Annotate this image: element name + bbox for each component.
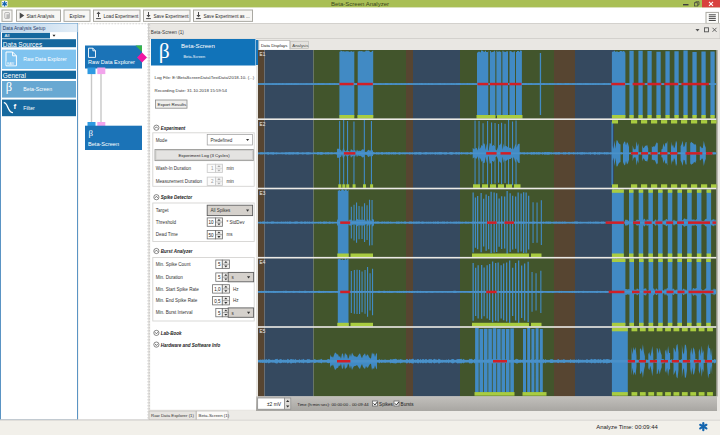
svg-text:Hardware and Software Info: Hardware and Software Info	[161, 343, 221, 348]
svg-text:f: f	[13, 102, 16, 111]
svg-text:RAW: RAW	[7, 62, 14, 66]
svg-text:General: General	[3, 72, 27, 79]
svg-text:ms: ms	[227, 232, 234, 237]
svg-text:Dead Time: Dead Time	[156, 232, 178, 237]
svg-text:* StdDev: * StdDev	[227, 220, 246, 225]
svg-text:Lab-Book: Lab-Book	[161, 331, 182, 336]
svg-text:Burst Analyzer: Burst Analyzer	[161, 249, 193, 254]
svg-text:Data Sources: Data Sources	[3, 41, 43, 48]
svg-text:Time (h:min:sec): 00:00:00 - 0: Time (h:min:sec): 00:00:00 - 00:09:44	[297, 402, 369, 407]
svg-text:1,0: 1,0	[214, 287, 221, 292]
svg-text:Min. Start Spike Rate: Min. Start Spike Rate	[156, 287, 199, 292]
svg-text:E3: E3	[260, 191, 266, 196]
svg-text:Start Analysis: Start Analysis	[27, 14, 56, 19]
svg-text:β: β	[89, 128, 94, 138]
svg-text:Analyze Time: 00:09:44: Analyze Time: 00:09:44	[596, 424, 658, 430]
svg-text:Beta-Screen: Beta-Screen	[23, 86, 52, 92]
svg-text:Beta-Screen (1): Beta-Screen (1)	[151, 30, 185, 35]
svg-text:Experiment Log (3 Cycles): Experiment Log (3 Cycles)	[178, 153, 230, 158]
svg-text:E2: E2	[260, 122, 266, 127]
svg-text:Spikes: Spikes	[379, 402, 393, 407]
svg-text:Mode: Mode	[156, 138, 168, 143]
svg-text:β: β	[6, 80, 12, 94]
svg-text:Log File: E:\BetaScreenData\Te: Log File: E:\BetaScreenData\TestData\201…	[155, 75, 255, 80]
svg-text:Wash-In Duration: Wash-In Duration	[156, 166, 192, 171]
svg-text:10: 10	[209, 220, 215, 225]
svg-text:Raw Data Explorer: Raw Data Explorer	[23, 56, 67, 62]
svg-text:Target: Target	[156, 208, 169, 213]
svg-text:Beta-Screen: Beta-Screen	[184, 54, 206, 59]
svg-text:Save Experiment as ...: Save Experiment as ...	[204, 14, 250, 19]
svg-text:All Spikes: All Spikes	[210, 208, 231, 213]
svg-text:Filter: Filter	[23, 105, 35, 111]
svg-text:Threshold: Threshold	[156, 220, 177, 225]
svg-text:50: 50	[209, 233, 215, 238]
svg-text:Data Displays: Data Displays	[261, 43, 288, 48]
svg-text:Beta-Screen: Beta-Screen	[88, 141, 119, 147]
svg-text:Min. Duration: Min. Duration	[156, 275, 184, 280]
svg-text:Analysis: Analysis	[292, 43, 308, 48]
svg-text:Explore: Explore	[70, 14, 86, 19]
svg-text:Hz: Hz	[233, 298, 239, 303]
svg-text:Min. End Spike Rate: Min. End Spike Rate	[156, 298, 198, 303]
svg-text:Data Analysis Setup: Data Analysis Setup	[3, 26, 46, 31]
svg-text:Save Experiment: Save Experiment	[154, 14, 190, 19]
svg-text:Export Results: Export Results	[158, 102, 187, 107]
svg-text:Measurement Duration: Measurement Duration	[156, 179, 203, 184]
svg-text:0,5: 0,5	[214, 299, 221, 304]
svg-text:Recording Date: 31.10.2018 15:: Recording Date: 31.10.2018 15:59:54	[155, 88, 228, 93]
svg-text:Min. Burst Interval: Min. Burst Interval	[156, 310, 193, 315]
svg-text:Raw Data Explorer: Raw Data Explorer	[88, 59, 135, 65]
svg-text:±2 mV: ±2 mV	[267, 402, 282, 407]
svg-text:β: β	[159, 39, 170, 63]
svg-text:Beta-Screen: Beta-Screen	[181, 42, 215, 49]
svg-text:Beta-Screen (1): Beta-Screen (1)	[199, 413, 230, 418]
svg-text:All: All	[5, 33, 10, 38]
svg-text:Bursts: Bursts	[401, 402, 415, 407]
svg-text:Predefined: Predefined	[210, 138, 232, 143]
svg-text:Experiment: Experiment	[161, 126, 186, 131]
svg-text:Raw Data Explorer (1): Raw Data Explorer (1)	[151, 413, 195, 418]
svg-text:Min. Spike Count: Min. Spike Count	[156, 262, 191, 267]
svg-text:Hz: Hz	[233, 287, 239, 292]
svg-text:Spike Detector: Spike Detector	[161, 195, 193, 200]
svg-text:E4: E4	[260, 260, 266, 265]
svg-text:min: min	[227, 166, 235, 171]
svg-text:Load Experiment: Load Experiment	[104, 14, 139, 19]
svg-text:E5: E5	[260, 329, 266, 334]
svg-text:min: min	[227, 179, 235, 184]
svg-text:E1: E1	[260, 52, 266, 57]
svg-text:Beta-Screen Analyzer: Beta-Screen Analyzer	[331, 1, 389, 7]
